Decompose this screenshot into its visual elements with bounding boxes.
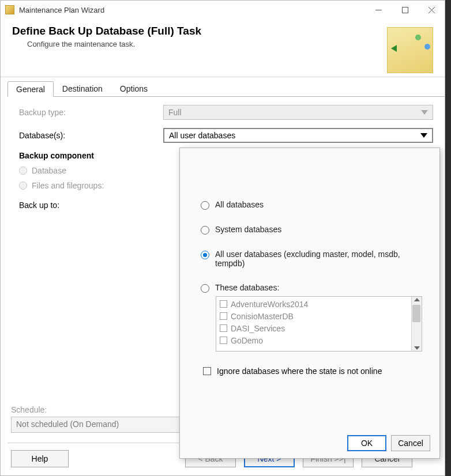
scroll-thumb[interactable] [412,305,420,322]
radio-icon [19,182,27,190]
checkbox-icon[interactable] [220,324,227,332]
backup-type-dropdown: Full [163,105,433,120]
radio-all-user-databases[interactable]: All user databases (excluding master, mo… [201,250,422,268]
db-item[interactable]: GoDemo [220,334,418,346]
checkbox-icon[interactable] [203,367,211,375]
help-button[interactable]: Help [11,450,69,467]
minimize-button[interactable] [365,1,392,18]
backup-type-label: Backup type: [19,108,163,117]
header-icon [387,27,433,73]
radio-icon [201,284,209,293]
scroll-down-icon[interactable] [414,346,420,350]
backup-to-label: Back up to: [19,201,163,210]
databases-value: All user databases [169,131,235,140]
popup-cancel-button[interactable]: Cancel [391,435,430,451]
app-icon [5,5,14,14]
ok-button[interactable]: OK [347,435,386,451]
databases-popup: All databases System databases All user … [179,148,440,459]
chevron-down-icon [421,110,428,115]
scrollbar[interactable] [411,297,422,351]
db-item[interactable]: DASI_Services [220,322,418,334]
databases-dropdown[interactable]: All user databases [163,128,433,143]
page-subtitle: Configure the maintenance task. [27,40,387,48]
wizard-window: Maintenance Plan Wizard Define Back Up D… [0,0,445,476]
close-button[interactable] [418,1,445,18]
radio-icon [201,201,209,210]
databases-label: Database(s): [19,131,163,140]
checkbox-icon[interactable] [220,300,227,308]
radio-icon [19,167,27,175]
tab-general[interactable]: General [7,81,54,97]
db-item[interactable]: ConisioMasterDB [220,310,418,322]
radio-icon [201,251,209,259]
page-title: Define Back Up Database (Full) Task [12,25,387,37]
radio-system-databases[interactable]: System databases [201,225,422,235]
window-title: Maintenance Plan Wizard [19,6,365,14]
radio-these-databases[interactable]: These databases: [201,283,422,293]
svg-rect-1 [402,7,408,13]
checkbox-icon[interactable] [220,337,227,344]
wizard-header: Define Back Up Database (Full) Task Conf… [1,19,445,77]
database-checklist[interactable]: AdventureWorks2014 ConisioMasterDB DASI_… [216,296,422,352]
db-item[interactable]: AdventureWorks2014 [220,298,418,310]
tab-destination[interactable]: Destination [54,81,111,96]
chevron-down-icon [420,133,427,138]
scroll-up-icon[interactable] [414,298,420,301]
ignore-offline-checkbox[interactable]: Ignore databases where the state is not … [203,367,422,376]
backup-type-value: Full [168,108,182,117]
tab-options[interactable]: Options [111,81,156,96]
radio-icon [201,226,209,235]
radio-all-databases[interactable]: All databases [201,200,422,210]
titlebar: Maintenance Plan Wizard [1,1,445,19]
checkbox-icon[interactable] [220,312,227,320]
maximize-button[interactable] [392,1,418,18]
tabs: General Destination Options [7,77,445,97]
